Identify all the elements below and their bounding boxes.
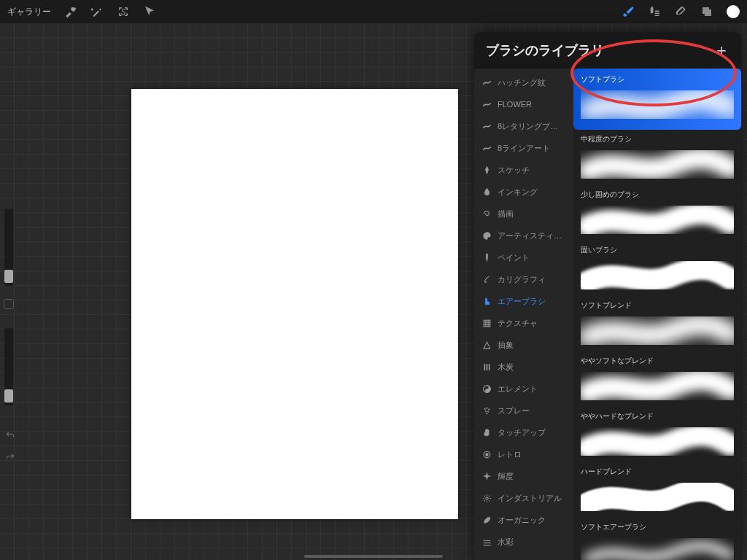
category-label: ハッチング紋 <box>498 77 566 88</box>
cursor-icon[interactable] <box>143 5 156 18</box>
brush-item[interactable]: 固いブラシ <box>573 241 741 296</box>
svg-point-5 <box>485 411 487 412</box>
wand-icon[interactable] <box>90 5 104 18</box>
home-indicator <box>304 555 443 558</box>
stroke-icon <box>481 144 492 153</box>
category-label: オーガニック <box>498 515 566 526</box>
hand-icon <box>481 428 492 438</box>
brush-category-item[interactable]: スプレー <box>474 400 573 421</box>
brush-category-item[interactable]: アーティスティック <box>474 225 573 246</box>
brush-category-item[interactable]: タッチアップ <box>474 421 573 443</box>
slider-thumb[interactable] <box>4 389 13 402</box>
category-label: アーティスティック <box>498 230 566 241</box>
brush-category-item[interactable]: 8ラインアート <box>474 137 573 159</box>
brush-category-item[interactable]: エアーブラシ <box>474 290 573 312</box>
brush-library-panel: ブラシのライブラリ ＋ ハッチング紋FLOWER8レタリングブラシ8ラインアート… <box>474 32 741 560</box>
spray2-icon <box>481 406 492 416</box>
undo-button[interactable] <box>5 430 15 440</box>
brush-category-item[interactable]: ペイント <box>474 246 573 268</box>
brush-tool-icon[interactable] <box>622 5 635 18</box>
gallery-button[interactable]: ギャラリー <box>7 6 51 18</box>
brush-item[interactable]: ハードブレンド <box>573 462 741 518</box>
brush-category-item[interactable]: 抽象 <box>474 334 573 356</box>
brush-item[interactable]: 少し固めのブラシ <box>573 185 741 241</box>
stroke-icon <box>481 122 492 131</box>
selection-icon[interactable]: S <box>117 5 130 18</box>
brush-item[interactable]: ややハードなブレンド <box>573 407 741 462</box>
category-label: 水彩 <box>498 537 566 548</box>
brush-category-item[interactable]: エレメント <box>474 378 573 400</box>
brush-category-list[interactable]: ハッチング紋FLOWER8レタリングブラシ8ラインアートスケッチインキング描画ア… <box>474 69 573 560</box>
category-label: 抽象 <box>498 340 566 351</box>
brush-name: ハードブレンド <box>581 467 734 477</box>
layers-icon[interactable] <box>700 5 713 18</box>
swirl-icon <box>481 209 492 219</box>
brush-preview <box>581 312 734 350</box>
color-swatch[interactable] <box>727 5 740 18</box>
category-label: テクスチャ <box>498 318 566 329</box>
brush-category-item[interactable]: オーガニック <box>474 509 573 531</box>
redo-button[interactable] <box>5 452 15 462</box>
brush-preview <box>581 423 734 461</box>
brush-name: ソフトエアーブラシ <box>581 522 734 532</box>
eraser-tool-icon[interactable] <box>674 5 687 18</box>
brush-item[interactable]: ソフトエアーブラシ <box>573 518 741 560</box>
brush-item[interactable]: ややソフトなブレンド <box>573 351 741 407</box>
brush-name: 少し固めのブラシ <box>581 190 734 200</box>
panel-title: ブラシのライブラリ <box>486 42 604 59</box>
brush-category-item[interactable]: 8レタリングブラシ <box>474 115 573 137</box>
category-label: 木炭 <box>498 362 566 373</box>
brush-item[interactable]: ソフトブレンド <box>573 296 741 351</box>
brush-category-item[interactable]: 描画 <box>474 203 573 225</box>
brush-category-item[interactable]: 輝度 <box>474 465 573 487</box>
brush-item[interactable]: 中程度のブラシ <box>573 130 741 185</box>
bars-icon <box>481 362 492 372</box>
category-label: 8レタリングブラシ <box>498 121 566 132</box>
svg-point-7 <box>486 413 487 414</box>
category-label: エレメント <box>498 384 566 394</box>
brush-category-item[interactable]: レトロ <box>474 443 573 465</box>
brush-category-item[interactable]: 水彩 <box>474 531 573 553</box>
brush-size-slider[interactable] <box>4 209 13 286</box>
top-toolbar: ギャラリー S <box>0 0 747 23</box>
brush-category-item[interactable]: インキング <box>474 181 573 203</box>
brush-category-item[interactable]: スケッチ <box>474 159 573 181</box>
brush-icon <box>481 253 492 262</box>
brush-category-item[interactable]: カリグラフィ <box>474 268 573 290</box>
brush-item[interactable]: ソフトブラシ <box>573 69 741 130</box>
canvas[interactable] <box>131 89 458 519</box>
brush-name: 中程度のブラシ <box>581 134 734 144</box>
triangle-icon <box>481 341 492 350</box>
brush-name: ソフトブラシ <box>581 74 734 85</box>
category-label: FLOWER <box>498 100 566 109</box>
modifier-button[interactable] <box>4 299 14 309</box>
yin-icon <box>481 384 492 394</box>
category-label: インダストリアル <box>498 493 566 504</box>
brush-preview <box>581 478 734 516</box>
drop-icon <box>481 187 492 197</box>
brush-name: ややソフトなブレンド <box>581 356 734 366</box>
texture-icon <box>481 319 492 328</box>
add-brush-button[interactable]: ＋ <box>713 39 729 61</box>
slider-thumb[interactable] <box>4 270 13 283</box>
brush-category-item[interactable]: 木炭 <box>474 356 573 378</box>
stroke-icon <box>481 78 492 88</box>
brush-category-item[interactable]: FLOWER <box>474 93 573 115</box>
brush-category-item[interactable]: インダストリアル <box>474 487 573 509</box>
category-label: カリグラフィ <box>498 274 566 285</box>
spray-icon <box>481 297 492 306</box>
brush-category-item[interactable]: ハッチング紋 <box>474 71 573 93</box>
brush-category-item[interactable]: テクスチャ <box>474 312 573 334</box>
brush-preview <box>581 534 734 560</box>
brush-category-item[interactable]: 読み込んだブラシ <box>474 553 573 560</box>
brush-opacity-slider[interactable] <box>4 328 13 405</box>
svg-point-4 <box>488 408 489 410</box>
palette-icon <box>481 231 492 241</box>
smudge-tool-icon[interactable] <box>648 5 661 18</box>
sparkle-icon <box>481 472 492 481</box>
category-label: 8ラインアート <box>498 143 566 154</box>
svg-point-6 <box>487 411 489 412</box>
brush-preview <box>581 201 734 239</box>
brush-list[interactable]: ソフトブラシ 中程度のブラシ <box>573 69 741 560</box>
wrench-icon[interactable] <box>64 5 77 18</box>
